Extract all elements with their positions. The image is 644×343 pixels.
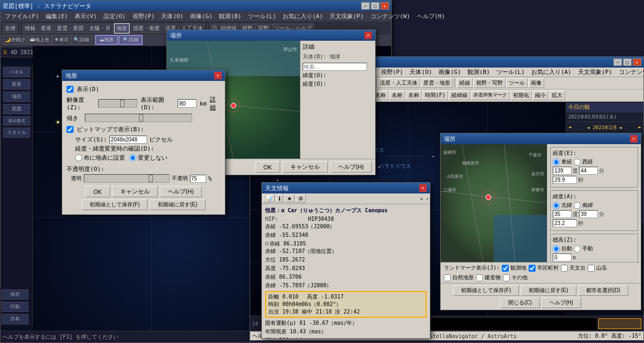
sidebar-starmap[interactable]: 星図 xyxy=(3,104,30,114)
btn-planets[interactable]: 惑星・衛星 xyxy=(131,24,162,33)
sidebar-constellation[interactable]: 星座 xyxy=(3,79,30,90)
loc-help-1[interactable]: ヘルプ(H) xyxy=(330,161,372,173)
w2-menu-image[interactable]: 画像(G) xyxy=(435,68,464,77)
w2-menu-celestial[interactable]: 天体(O) xyxy=(406,68,435,77)
sidebar-display[interactable]: 表示形式 xyxy=(3,116,30,125)
loc2-lm-building-cb[interactable] xyxy=(476,274,483,281)
terrain-opacity-slider[interactable] xyxy=(84,174,170,183)
btn-terrain[interactable]: 地形 xyxy=(114,23,130,34)
minimize-btn-1[interactable]: ─ xyxy=(361,2,370,10)
menu-tools-1[interactable]: ツール(L) xyxy=(245,12,280,21)
minimize-btn-2[interactable]: ─ xyxy=(613,58,622,66)
w2-btn-zoom-out[interactable]: 縮小 xyxy=(532,91,548,100)
loc2-lm-city-cb[interactable] xyxy=(529,265,536,272)
sidebar-share[interactable]: 共有 xyxy=(2,314,28,324)
w2-btn-image[interactable]: 画像 xyxy=(528,78,544,88)
terrain-cancel[interactable]: キャンセル xyxy=(112,186,158,197)
sidebar-location[interactable]: 場所 xyxy=(3,92,30,102)
loc2-lm-obs-cb[interactable] xyxy=(561,265,568,272)
loc2-lm-other-cb[interactable] xyxy=(503,274,510,281)
menu-scope-1[interactable]: 視野(P) xyxy=(129,12,158,21)
loc2-cityname-btn[interactable]: 都市名選択(D) xyxy=(578,285,628,296)
terrain-show-cb[interactable] xyxy=(67,86,74,93)
w2-btn-zoom-in[interactable]: 拡大 xyxy=(549,91,565,100)
loc2-auto-radio[interactable] xyxy=(553,245,560,252)
loc2-auto-label[interactable]: 自動 xyxy=(553,245,572,252)
loc2-east-radio[interactable] xyxy=(553,159,560,166)
loc2-lm-other[interactable]: その他 xyxy=(503,274,528,281)
loc2-lm-mountain-cb[interactable] xyxy=(588,265,595,272)
loc2-close[interactable]: × xyxy=(630,135,638,143)
astro-btn-settings[interactable]: ⚙ xyxy=(296,195,306,203)
btn-ground[interactable]: 🏔地上光 xyxy=(28,35,52,44)
w2-menu-scope[interactable]: 視野(P) xyxy=(378,68,407,77)
terrain-ok[interactable]: OK xyxy=(85,186,110,197)
terrain-detail-link[interactable]: 詳細 xyxy=(210,95,221,111)
w2-menu-fav[interactable]: お気に入り(A) xyxy=(528,68,575,77)
btn-terrain-detail[interactable]: 🔍詳細 xyxy=(119,35,143,45)
terrain-opt1-label[interactable]: 布に地表に設置 xyxy=(75,154,125,162)
loc2-lon-min[interactable] xyxy=(579,167,598,175)
w2-btn-grid[interactable]: 経線 xyxy=(457,78,473,88)
w2-menu-astro[interactable]: 天文現象(P) xyxy=(575,68,616,77)
btn-sunset[interactable]: 🌙夕焼け xyxy=(3,35,27,44)
loc2-help-btn[interactable]: ヘルプ(H) xyxy=(541,297,581,308)
terrain-help[interactable]: ヘルプ(H) xyxy=(160,186,202,197)
menu-image-1[interactable]: 画像(G) xyxy=(187,12,216,21)
loc2-close-btn[interactable]: 閉じる(C) xyxy=(500,297,540,308)
loc2-lm-nature[interactable]: 自然地形 xyxy=(444,274,474,281)
menu-astro-1[interactable]: 天文現象(P) xyxy=(326,12,367,21)
w2-btn-fov[interactable]: 視野・写野 xyxy=(473,78,506,88)
w2-menu-content[interactable]: コンテンツ(W) xyxy=(616,68,644,77)
loc2-north-radio[interactable] xyxy=(553,202,560,209)
w2-btn-time[interactable]: 時間(F) xyxy=(422,91,448,100)
terrain-reset[interactable]: 初期値に戻す(E) xyxy=(150,199,205,210)
btn-terrain-ico[interactable]: ⛰地形 xyxy=(95,35,118,45)
terrain-opacity-input[interactable] xyxy=(190,175,206,183)
sidebar-save[interactable]: 保存 xyxy=(2,289,28,300)
cal-prev[interactable]: ◄ xyxy=(568,124,571,131)
menu-edit-1[interactable]: 編集(E) xyxy=(42,12,71,21)
terrain-opt2-radio[interactable] xyxy=(129,154,136,161)
loc2-west-label[interactable]: 西経 xyxy=(574,158,593,166)
btn-display[interactable]: 👁表示 xyxy=(52,35,71,44)
loc2-south-radio[interactable] xyxy=(574,202,581,209)
cal-next[interactable]: ► xyxy=(639,124,641,131)
close-btn-2[interactable]: ✕ xyxy=(633,58,641,66)
loc2-lm-observe-cb[interactable] xyxy=(502,265,509,272)
terrain-close[interactable]: × xyxy=(214,72,222,79)
w2-btn-init[interactable]: 初期化 xyxy=(510,91,532,100)
w2-btn-meteor[interactable]: 流星・人工天体 xyxy=(377,78,420,88)
loc2-lm-obs[interactable]: 天文台 xyxy=(561,264,586,272)
loc2-lm-building[interactable]: 建造物 xyxy=(476,274,501,281)
loc2-lon-sec[interactable] xyxy=(553,176,577,184)
w2-btn-altmark[interactable]: 赤道仰角マーク xyxy=(471,91,510,100)
w2-btn-name3[interactable]: 名称 xyxy=(406,91,422,100)
w2-menu-observe[interactable]: 観測(B) xyxy=(464,68,493,77)
w2-btn-meridian[interactable]: 経緯線 xyxy=(449,91,470,100)
terrain-opt2-label[interactable]: 変更しない xyxy=(129,154,167,162)
w2-btn-name2[interactable]: 名称 xyxy=(389,91,405,100)
terrain-bitmap-cb[interactable] xyxy=(67,126,74,133)
astro-btn-info[interactable]: ℹ xyxy=(276,195,283,203)
terrain-res-slider[interactable] xyxy=(98,99,137,108)
loc2-east-label[interactable]: 東経 xyxy=(553,158,572,166)
sidebar-panel[interactable]: パネル xyxy=(3,67,30,77)
loc2-lon-deg[interactable] xyxy=(553,167,572,175)
loc2-lm-nature-cb[interactable] xyxy=(444,274,451,281)
w2-btn-nebulashape[interactable]: 星雲・地形 xyxy=(421,78,453,88)
astro-btn-chart[interactable]: 📊 xyxy=(263,195,275,203)
maximize-btn-2[interactable]: □ xyxy=(623,58,632,66)
w2-menu-tools[interactable]: ツール(L) xyxy=(493,68,528,77)
loc2-manual-radio[interactable] xyxy=(574,245,581,252)
w2-btn-tools[interactable]: ツール xyxy=(506,78,528,88)
astro-close[interactable]: × xyxy=(419,184,427,192)
loc2-lm-mountain[interactable]: 山岳 xyxy=(588,264,607,272)
loc2-reset-btn[interactable]: 初期値に戻す(E) xyxy=(521,285,576,296)
loc2-lm-city[interactable]: 市区町村 xyxy=(529,264,559,272)
sidebar-style[interactable]: スタイル xyxy=(3,128,30,138)
loc-ok-1[interactable]: OK xyxy=(255,161,280,173)
loc2-lat-sec[interactable] xyxy=(553,219,577,227)
loc2-save-btn[interactable]: 初期値として保存(F) xyxy=(453,285,519,296)
loc2-lm-observe[interactable]: 観測地 xyxy=(502,264,526,272)
